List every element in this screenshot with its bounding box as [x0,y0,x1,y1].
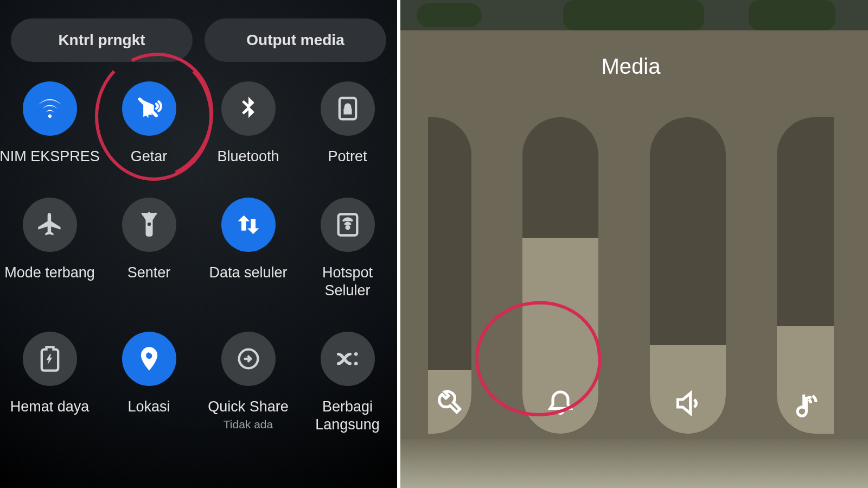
tile-label: Getar [131,148,168,165]
svg-point-3 [354,352,358,356]
tile-label: NIM EKSPRES [0,148,100,165]
tile-airplane[interactable]: Mode terbang [4,198,96,299]
hotspot-icon [321,198,375,252]
quick-share-icon [221,332,276,386]
tile-label: Bluetooth [217,148,279,165]
tile-flashlight[interactable]: Senter [103,198,195,299]
top-pill-row: Kntrl prngkt Output media [0,0,397,62]
music-note-icon [777,388,834,419]
airplane-icon [23,198,77,252]
tile-bluetooth[interactable]: Bluetooth [202,81,295,165]
volume-title: Media [400,30,861,79]
wallpaper-top [400,0,868,30]
tile-label: Lokasi [127,398,170,415]
slider-ringtone[interactable] [522,117,598,434]
volume-card: Media [400,30,861,439]
wrench-icon [428,388,471,419]
tile-label: Potret [328,148,367,165]
tile-label: Data seluler [209,264,287,281]
svg-point-4 [354,362,358,366]
tile-label: Quick Share [208,398,289,415]
tile-wifi[interactable]: NIM EKSPRES [4,81,96,165]
bluetooth-icon [221,81,276,136]
tile-hotspot[interactable]: Hotspot Seluler [302,198,394,299]
tile-location[interactable]: Lokasi [103,332,195,433]
tile-nearby-share[interactable]: Berbagi Langsung [302,332,394,433]
tile-portrait-lock[interactable]: Potret [302,81,394,165]
battery-icon [23,332,77,386]
slider-media[interactable] [777,117,834,434]
tile-label: Mode terbang [4,264,95,281]
flashlight-icon [122,198,176,252]
location-icon [122,332,176,386]
slider-notifications[interactable] [650,117,726,434]
lock-icon [321,81,375,136]
wifi-icon [23,81,77,136]
tiles-grid: NIM EKSPRES Getar Bluetooth [0,62,397,433]
mobile-data-icon [221,198,276,252]
tile-label: Hotspot Seluler [302,264,394,299]
tile-quick-share[interactable]: Quick Share Tidak ada [202,332,295,433]
device-controls-pill[interactable]: Kntrl prngkt [11,18,193,62]
tile-mobile-data[interactable]: Data seluler [202,198,295,299]
bell-icon [522,388,598,419]
vibrate-icon [122,81,176,136]
nearby-share-icon [321,332,375,386]
wallpaper-bottom [400,439,868,488]
slider-settings[interactable] [428,117,471,434]
tile-label: Senter [127,264,171,281]
tile-sublabel: Tidak ada [224,418,273,431]
volume-panel: Media [400,0,868,488]
quick-settings-panel: Kntrl prngkt Output media NIM EKSPRES Ge… [0,0,397,488]
tile-battery-saver[interactable]: Hemat daya [4,332,96,433]
tile-label: Hemat daya [10,398,90,415]
tile-label: Berbagi Langsung [302,398,394,433]
slider-row [400,117,861,434]
speaker-icon [650,388,726,419]
media-output-pill[interactable]: Output media [205,18,386,62]
tile-vibrate[interactable]: Getar [103,81,195,165]
